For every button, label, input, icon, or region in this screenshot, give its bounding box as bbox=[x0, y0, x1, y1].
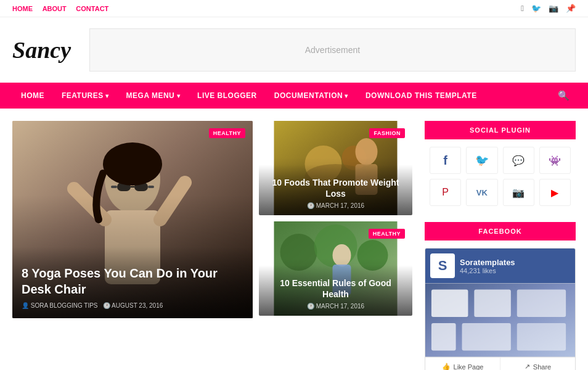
top-social-icons:  🐦 📷 📌 bbox=[521, 4, 576, 13]
fb-share-button[interactable]: ↗ Share bbox=[500, 358, 575, 370]
nav-home[interactable]: HOME bbox=[12, 5, 33, 12]
instagram-social-icon[interactable]: 📷 bbox=[503, 179, 534, 206]
search-icon[interactable]: 🔍 bbox=[552, 83, 576, 109]
big-post-meta: 👤 SORA BLOGGING TIPS 🕐 AUGUST 23, 2016 bbox=[22, 302, 243, 309]
fb-like-label: Like Page bbox=[454, 363, 484, 371]
small-post-1-title: 10 Foods That Promote Weight Loss bbox=[266, 177, 405, 199]
small-post-2[interactable]: HEALTHY 10 Essential Rules of Good Healt… bbox=[259, 221, 412, 316]
nav-mega-menu[interactable]: MEGA MENU bbox=[118, 84, 189, 107]
svg-point-10 bbox=[103, 142, 162, 186]
facebook-widget-title: FACEBOOK bbox=[425, 222, 576, 240]
fb-likes-count: 44,231 likes bbox=[460, 267, 515, 274]
fb-share-label: Share bbox=[533, 363, 551, 371]
svg-rect-32 bbox=[517, 323, 566, 351]
nav-features[interactable]: FEATURES bbox=[53, 84, 118, 107]
small-post-2-overlay: 10 Essential Rules of Good Health 🕐 MARC… bbox=[259, 265, 412, 316]
top-bar: HOME ABOUT CONTACT  🐦 📷 📌 bbox=[0, 0, 588, 17]
fb-logo: S bbox=[430, 253, 455, 278]
nav-home[interactable]: HOME bbox=[12, 84, 53, 107]
social-plugin-widget: SOCIAL PLUGIN f 🐦 💬 👾 P VK 📷 ▶ bbox=[425, 121, 576, 211]
nav-about[interactable]: ABOUT bbox=[43, 5, 67, 12]
small-post-2-badge: HEALTHY bbox=[369, 229, 405, 239]
small-post-1-meta: 🕐 MARCH 17, 2016 bbox=[266, 202, 405, 209]
small-post-1[interactable]: FASHION 10 Foods That Promote Weight Los… bbox=[259, 121, 412, 215]
nav-live-blogger[interactable]: LIVE BLOGGER bbox=[189, 84, 266, 107]
svg-rect-28 bbox=[474, 289, 511, 317]
fb-thumbnail bbox=[425, 283, 575, 357]
social-plugin-title: SOCIAL PLUGIN bbox=[425, 121, 576, 139]
top-nav: HOME ABOUT CONTACT bbox=[12, 4, 116, 13]
right-posts: FASHION 10 Foods That Promote Weight Los… bbox=[259, 121, 412, 318]
vk-social-icon[interactable]: VK bbox=[466, 179, 497, 206]
nav-documentation[interactable]: DOCUMENTATION bbox=[266, 84, 357, 107]
small-post-1-badge: FASHION bbox=[369, 128, 405, 138]
site-logo[interactable]: Sancy bbox=[12, 36, 71, 64]
facebook-social-icon[interactable]: f bbox=[430, 147, 461, 174]
big-post-badge: HEALTHY bbox=[209, 128, 245, 138]
svg-rect-8 bbox=[111, 186, 117, 188]
whatsapp-social-icon[interactable]: 💬 bbox=[503, 147, 534, 174]
pinterest-icon[interactable]: 📌 bbox=[566, 4, 576, 13]
posts-grid: HEALTHY 8 Yoga Poses You Can Do in Your … bbox=[12, 121, 412, 318]
big-post-overlay: 8 Yoga Poses You Can Do in Your Desk Cha… bbox=[12, 247, 253, 318]
fb-like-button[interactable]: 👍 Like Page bbox=[425, 358, 500, 370]
small-post-2-title: 10 Essential Rules of Good Health bbox=[266, 278, 405, 300]
pinterest-social-icon[interactable]: P bbox=[430, 179, 461, 206]
small-post-2-meta: 🕐 MARCH 17, 2016 bbox=[266, 303, 405, 310]
big-post[interactable]: HEALTHY 8 Yoga Poses You Can Do in Your … bbox=[12, 121, 253, 318]
small-post-1-overlay: 10 Foods That Promote Weight Loss 🕐 MARC… bbox=[259, 165, 412, 215]
youtube-social-icon[interactable]: ▶ bbox=[539, 179, 571, 206]
fb-page-name: Soratemplates bbox=[460, 258, 515, 267]
big-post-author: 👤 SORA BLOGGING TIPS bbox=[22, 302, 98, 309]
svg-rect-27 bbox=[431, 289, 468, 317]
content-area: HEALTHY 8 Yoga Poses You Can Do in Your … bbox=[0, 109, 588, 370]
social-icons-grid: f 🐦 💬 👾 P VK 📷 ▶ bbox=[425, 147, 576, 211]
nav-contact[interactable]: CONTACT bbox=[76, 5, 108, 12]
like-icon: 👍 bbox=[442, 363, 451, 370]
twitter-social-icon[interactable]: 🐦 bbox=[466, 147, 497, 174]
reddit-social-icon[interactable]: 👾 bbox=[539, 147, 571, 174]
svg-rect-30 bbox=[431, 323, 456, 351]
twitter-icon[interactable]: 🐦 bbox=[531, 4, 541, 13]
advertisement-banner: Advertisement bbox=[89, 28, 576, 72]
instagram-icon[interactable]: 📷 bbox=[549, 4, 558, 13]
share-icon: ↗ bbox=[525, 363, 530, 370]
facebook-icon[interactable]:  bbox=[521, 4, 524, 13]
svg-rect-9 bbox=[148, 186, 154, 188]
main-posts: HEALTHY 8 Yoga Poses You Can Do in Your … bbox=[12, 121, 412, 370]
sidebar: SOCIAL PLUGIN f 🐦 💬 👾 P VK 📷 ▶ FACEBOOK … bbox=[425, 121, 576, 370]
big-post-date: AUGUST 23, 2016 bbox=[112, 302, 163, 309]
big-post-title: 8 Yoga Poses You Can Do in Your Desk Cha… bbox=[22, 265, 243, 297]
fb-logo-icon: S bbox=[438, 258, 447, 274]
svg-rect-29 bbox=[517, 289, 566, 317]
facebook-box: S Soratemplates 44,231 likes bbox=[425, 248, 576, 370]
main-nav: HOME FEATURES MEGA MENU LIVE BLOGGER DOC… bbox=[0, 83, 588, 109]
fb-header: S Soratemplates 44,231 likes bbox=[425, 249, 575, 283]
nav-download-template[interactable]: DOWNLOAD THIS TEMPLATE bbox=[357, 84, 486, 107]
fb-actions: 👍 Like Page ↗ Share bbox=[425, 357, 575, 370]
logo-ad-row: Sancy Advertisement bbox=[0, 17, 588, 83]
svg-rect-31 bbox=[462, 323, 511, 351]
fb-info: Soratemplates 44,231 likes bbox=[460, 258, 515, 274]
facebook-widget: FACEBOOK S Soratemplates 44,231 likes bbox=[425, 222, 576, 370]
